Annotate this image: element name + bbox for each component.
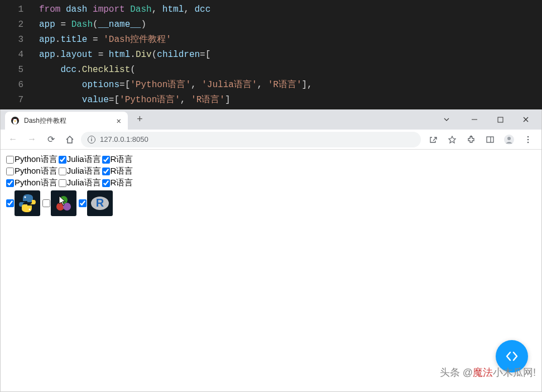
checklist-item[interactable]: Julia语言 [59, 154, 101, 165]
newtab-button[interactable]: + [132, 112, 147, 127]
checkbox-label: R语言 [111, 166, 133, 176]
checklist-item[interactable]: R语言 [102, 154, 133, 165]
dash-devtools-button[interactable] [496, 340, 528, 372]
checkbox[interactable] [59, 179, 66, 187]
browser-toolbar: ← → ⟳ i 127.0.0.1:8050 [1, 130, 541, 150]
code-line: 5 dcc.Checklist( [0, 63, 542, 78]
checklist-item[interactable]: R语言 [102, 166, 133, 176]
checklist-item[interactable]: Python语言 [6, 154, 57, 165]
checkbox-label: Python语言 [15, 178, 57, 188]
close-icon[interactable]: ✕ [117, 116, 121, 126]
checklist-item[interactable]: Julia语言 [59, 178, 101, 188]
svg-point-13 [527, 136, 529, 137]
checkbox-label: Python语言 [15, 154, 57, 165]
checkbox[interactable] [6, 156, 14, 164]
code-content[interactable]: app.layout = html.Div(children=[ [39, 47, 542, 63]
chevron-down-icon[interactable] [439, 114, 454, 125]
svg-point-8 [471, 135, 472, 137]
code-content[interactable]: value=['Python语言', 'R语言'] [39, 93, 542, 108]
checkbox-label: Julia语言 [67, 178, 101, 188]
checkbox-label: R语言 [111, 154, 133, 165]
icon-checklist-item[interactable] [42, 190, 76, 216]
extensions-icon[interactable] [464, 133, 478, 146]
line-number: 6 [0, 78, 39, 93]
code-content[interactable]: from dash import Dash, html, dcc [39, 2, 542, 17]
maximize-button[interactable] [492, 114, 508, 125]
code-editor: 1from dash import Dash, html, dcc2app = … [0, 0, 542, 109]
line-number: 2 [0, 17, 39, 32]
menu-icon[interactable] [521, 133, 535, 146]
svg-point-14 [527, 138, 529, 140]
code-content[interactable]: app = Dash(__name__) [39, 17, 542, 32]
checklist-item[interactable]: Python语言 [6, 166, 57, 176]
line-number: 1 [0, 2, 39, 17]
checkbox[interactable] [6, 168, 14, 175]
line-number: 4 [0, 47, 39, 63]
svg-point-2 [13, 119, 15, 120]
svg-point-20 [60, 196, 68, 204]
checklist-item[interactable]: R语言 [102, 178, 133, 188]
close-button[interactable] [518, 114, 534, 125]
svg-point-16 [25, 197, 26, 198]
checkbox-label: Julia语言 [67, 154, 101, 165]
julia-icon [51, 190, 76, 216]
checkbox[interactable] [6, 179, 14, 187]
svg-point-17 [29, 209, 31, 211]
r-icon: R [87, 190, 113, 216]
code-line: 2app = Dash(__name__) [0, 17, 542, 32]
sidepanel-icon[interactable] [483, 133, 497, 146]
line-number: 5 [0, 63, 39, 78]
icon-checklist-row: R [6, 190, 536, 216]
toolbar-right [424, 133, 537, 146]
checkbox[interactable] [102, 168, 110, 175]
forward-button[interactable]: → [24, 132, 40, 147]
svg-point-15 [527, 141, 529, 143]
checkbox[interactable] [59, 156, 66, 164]
line-number: 3 [0, 32, 39, 47]
checkbox[interactable] [79, 199, 87, 207]
page-content: Python语言Julia语言R语言Python语言Julia语言R语言Pyth… [1, 150, 541, 391]
reload-button[interactable]: ⟳ [43, 132, 59, 147]
code-content[interactable]: options=['Python语言', 'Julia语言', 'R语言'], [39, 78, 542, 93]
line-number: 7 [0, 93, 39, 108]
svg-point-12 [507, 137, 511, 140]
window-buttons [439, 114, 541, 125]
profile-icon[interactable] [502, 133, 516, 146]
checklist-row: Python语言Julia语言R语言 [6, 166, 536, 176]
code-content[interactable]: dcc.Checklist( [39, 63, 542, 78]
checkbox-label: Julia语言 [67, 166, 101, 176]
checklist-item[interactable]: Julia语言 [59, 166, 101, 176]
back-button[interactable]: ← [5, 132, 21, 147]
code-line: 3app.title = 'Dash控件教程' [0, 32, 542, 47]
python-icon [15, 190, 40, 216]
svg-point-19 [63, 203, 71, 211]
checklist-row: Python语言Julia语言R语言 [6, 154, 536, 165]
svg-point-18 [56, 203, 64, 211]
svg-text:R: R [96, 197, 104, 209]
checkbox[interactable] [102, 156, 110, 164]
browser-tabbar: Dash控件教程 ✕ + [1, 109, 541, 130]
svg-rect-5 [498, 117, 503, 122]
icon-checklist-item[interactable] [6, 190, 40, 216]
icon-checklist-item[interactable]: R [79, 190, 113, 216]
home-button[interactable] [62, 132, 78, 147]
code-line: 7 value=['Python语言', 'R语言'] [0, 93, 542, 108]
code-line: 1from dash import Dash, html, dcc [0, 2, 542, 17]
checkbox[interactable] [102, 179, 110, 187]
share-icon[interactable] [426, 133, 440, 146]
checklist-item[interactable]: Python语言 [6, 178, 57, 188]
checkbox[interactable] [6, 199, 14, 207]
checkbox[interactable] [59, 168, 66, 175]
url-text: 127.0.0.1:8050 [100, 135, 148, 144]
address-bar[interactable]: i 127.0.0.1:8050 [81, 132, 421, 147]
tab-title: Dash控件教程 [24, 116, 112, 126]
code-content[interactable]: app.title = 'Dash控件教程' [39, 32, 542, 47]
star-icon[interactable] [445, 133, 459, 146]
checkbox-label: R语言 [111, 178, 133, 188]
checkbox-label: Python语言 [15, 166, 57, 176]
minimize-button[interactable] [467, 114, 482, 125]
browser-tab[interactable]: Dash控件教程 ✕ [5, 112, 128, 130]
checkbox[interactable] [42, 199, 50, 207]
checklist-row: Python语言Julia语言R语言 [6, 178, 536, 188]
info-icon[interactable]: i [88, 136, 95, 144]
